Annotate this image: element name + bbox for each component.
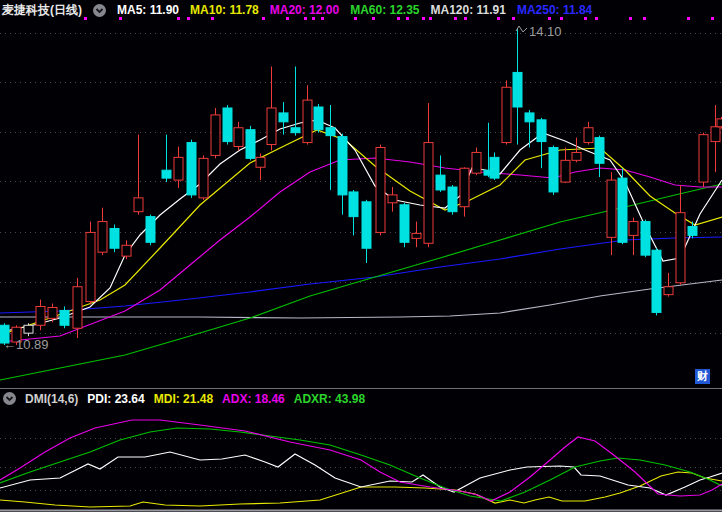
candle [618, 178, 627, 242]
candle [187, 143, 196, 195]
candle [338, 137, 347, 195]
candle [110, 228, 119, 248]
candle [199, 158, 208, 198]
candle [607, 180, 616, 237]
chevron-down-icon[interactable] [3, 392, 16, 405]
candle [162, 170, 171, 178]
candle [629, 222, 638, 236]
candle [424, 143, 433, 244]
candle [291, 128, 300, 133]
candle [436, 175, 445, 190]
candle [146, 217, 155, 243]
candle [36, 306, 45, 325]
candle [279, 113, 288, 122]
adxr-value-label: ADXR: 43.98 [294, 392, 365, 406]
pdi-value-label: PDI: 23.64 [87, 392, 144, 406]
stock-chart-window: 麦捷科技(日线) MA5: 11.90 MA10: 11.78 MA20: 12… [0, 0, 722, 512]
adx-value-label: ADX: 18.46 [222, 392, 285, 406]
signal-dot [595, 17, 598, 20]
mdi-value-label: MDI: 21.48 [154, 392, 213, 406]
candle [256, 157, 265, 167]
candle [525, 113, 534, 122]
candle [349, 192, 358, 217]
ma250-value-label: MA250: 11.84 [517, 3, 592, 17]
candle [234, 128, 243, 147]
candle [412, 233, 421, 238]
candle [60, 310, 69, 325]
candle [303, 100, 312, 142]
signal-dot [643, 17, 646, 20]
finance-watermark-icon[interactable]: 财 [695, 369, 710, 384]
ma60-value-label: MA60: 12.35 [350, 3, 419, 17]
chevron-down-icon[interactable] [93, 4, 106, 17]
candle [448, 187, 457, 212]
candle [688, 226, 697, 235]
ma120-value-label: MA120: 11.91 [431, 3, 506, 17]
candle [223, 108, 232, 142]
signal-dot [629, 17, 632, 20]
candle [676, 213, 685, 283]
candle [584, 128, 593, 143]
candle [711, 127, 720, 142]
signal-dot [711, 17, 714, 20]
candle [314, 107, 323, 130]
dmi-panel-header: DMI(14,6) PDI: 23.64 MDI: 21.48 ADX: 18.… [3, 391, 365, 406]
ma5-value-label: MA5: 11.90 [117, 3, 179, 17]
dmi-line-adx [0, 420, 722, 501]
ma-line-ma120 [0, 280, 722, 318]
main-chart-header: 麦捷科技(日线) MA5: 11.90 MA10: 11.78 MA20: 12… [2, 2, 592, 18]
candlestick-chart[interactable] [0, 0, 722, 512]
ma20-value-label: MA20: 12.00 [270, 3, 339, 17]
ma-line-ma250 [0, 237, 722, 313]
candle [502, 87, 511, 142]
candle [460, 168, 469, 207]
candle [211, 115, 220, 155]
candle [24, 325, 33, 333]
candle [326, 128, 335, 136]
candle [717, 119, 722, 127]
candle [400, 205, 409, 243]
candle [549, 147, 558, 191]
signal-dot [687, 17, 690, 20]
candle [134, 198, 143, 212]
candle [48, 307, 57, 318]
candle [652, 250, 661, 312]
high-price-annotation: 14.10 [529, 24, 562, 39]
dmi-line-mdi [0, 472, 722, 507]
candle [98, 222, 107, 253]
candle [664, 287, 673, 295]
candle [595, 138, 604, 164]
ma10-value-label: MA10: 11.78 [190, 3, 259, 17]
candle [86, 232, 95, 301]
candle [122, 245, 131, 256]
candle [490, 157, 499, 178]
dmi-indicator-name: DMI(14,6) [25, 392, 78, 406]
candle [388, 195, 397, 203]
candle [537, 120, 546, 142]
candle [472, 152, 481, 173]
candle [699, 135, 708, 182]
page-title: 麦捷科技(日线) [2, 2, 82, 19]
candle [513, 72, 522, 107]
candle [246, 130, 255, 159]
low-price-annotation: ←10.89 [3, 337, 49, 352]
candle [73, 287, 82, 328]
candle [174, 157, 183, 180]
candle [572, 152, 581, 160]
candle [561, 160, 570, 182]
candle [267, 108, 276, 145]
candle [641, 222, 650, 256]
candle [376, 147, 385, 232]
candle [362, 202, 371, 248]
